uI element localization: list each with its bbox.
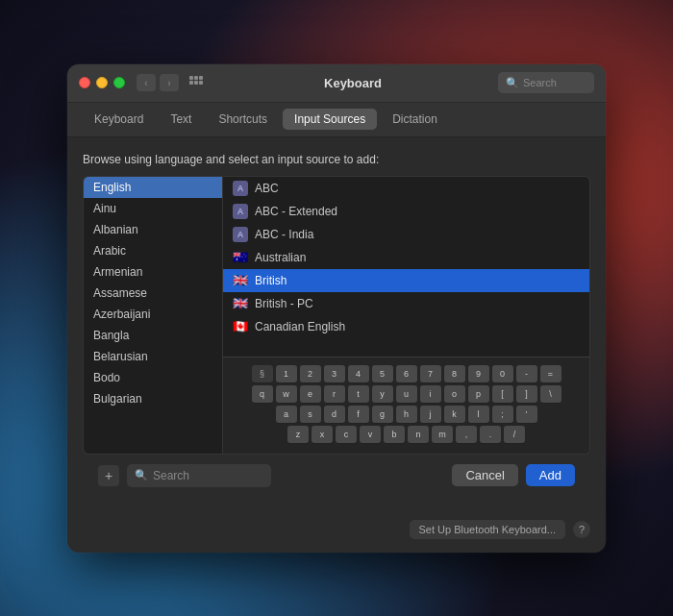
kb-key-equals: = <box>540 365 561 382</box>
svg-rect-0 <box>189 76 193 80</box>
source-label-abc-india: ABC - India <box>255 228 313 241</box>
kb-key-h: h <box>396 406 417 423</box>
source-australian[interactable]: 🇦🇺 Australian <box>223 246 589 269</box>
lang-item-bulgarian[interactable]: Bulgarian <box>84 388 222 409</box>
kb-key-p: p <box>468 385 489 403</box>
kb-key-n: n <box>408 426 429 443</box>
lang-item-arabic[interactable]: Arabic <box>84 240 222 261</box>
source-label-abc: ABC <box>255 182 279 195</box>
forward-button[interactable]: › <box>160 74 179 91</box>
kb-key-f: f <box>348 406 369 423</box>
lang-item-belarusian[interactable]: Belarusian <box>84 346 222 367</box>
kb-key-b: b <box>384 426 405 443</box>
abc-extended-icon: A <box>233 204 248 219</box>
source-abc-extended[interactable]: A ABC - Extended <box>223 200 589 223</box>
kb-key-s: s <box>300 406 321 423</box>
tab-keyboard[interactable]: Keyboard <box>83 109 155 130</box>
kb-key-y: y <box>372 385 393 403</box>
flag-ca-icon: 🇨🇦 <box>233 319 248 334</box>
source-picker: English Ainu Albanian Arabic Armenian As… <box>83 176 590 455</box>
flag-gb-pc-icon: 🇬🇧 <box>233 296 248 311</box>
add-button[interactable]: Add <box>526 464 575 486</box>
source-british-pc[interactable]: 🇬🇧 British - PC <box>223 292 589 315</box>
tab-text[interactable]: Text <box>159 109 203 130</box>
traffic-lights <box>79 77 125 88</box>
kb-key-a: a <box>276 406 297 423</box>
titlebar: ‹ › Keyboard 🔍 Search <box>67 64 606 103</box>
maximize-button[interactable] <box>113 77 125 88</box>
add-language-button[interactable]: + <box>98 465 119 486</box>
kb-key-quote: ' <box>516 406 537 423</box>
source-abc[interactable]: A ABC <box>223 177 589 200</box>
source-label-canadian-english: Canadian English <box>255 320 345 333</box>
window-title: Keyboard <box>208 76 498 90</box>
bottom-controls: + 🔍 Search Cancel Add <box>83 455 590 497</box>
svg-rect-4 <box>194 81 198 85</box>
kb-key-c: c <box>336 426 357 443</box>
kb-key-4: 4 <box>348 365 369 382</box>
chevron-left-icon: ‹ <box>144 78 147 88</box>
grid-view-button[interactable] <box>187 74 208 91</box>
svg-rect-1 <box>194 76 198 80</box>
kb-key-2: 2 <box>300 365 321 382</box>
kb-key-9: 9 <box>468 365 489 382</box>
source-british[interactable]: 🇬🇧 British <box>223 269 589 292</box>
kb-key-t: t <box>348 385 369 403</box>
lang-item-assamese[interactable]: Assamese <box>84 283 222 304</box>
kb-key-comma: , <box>456 426 477 443</box>
flag-gb-icon: 🇬🇧 <box>233 273 248 288</box>
cancel-button[interactable]: Cancel <box>452 464 517 486</box>
search-input-icon: 🔍 <box>135 469 148 481</box>
kb-key-e: e <box>300 385 321 403</box>
back-button[interactable]: ‹ <box>137 74 156 91</box>
svg-rect-3 <box>189 81 193 85</box>
plus-icon: + <box>105 468 112 483</box>
kb-key-0: 0 <box>492 365 513 382</box>
kb-key-minus: - <box>516 365 537 382</box>
help-button[interactable]: ? <box>573 521 590 538</box>
kb-key-slash: / <box>504 426 525 443</box>
minimize-button[interactable] <box>96 77 108 88</box>
lang-item-ainu[interactable]: Ainu <box>84 198 222 219</box>
search-input-placeholder: Search <box>153 469 189 482</box>
source-label-british: British <box>255 274 287 287</box>
search-icon: 🔍 <box>506 77 519 89</box>
close-button[interactable] <box>79 77 90 88</box>
tab-dictation[interactable]: Dictation <box>381 109 449 130</box>
kb-row-2: q w e r t y u i o p [ ] \ <box>231 385 582 403</box>
source-label-abc-extended: ABC - Extended <box>255 205 337 218</box>
kb-key-q: q <box>252 385 273 403</box>
bluetooth-keyboard-button[interactable]: Set Up Bluetooth Keyboard... <box>410 520 565 539</box>
lang-item-albanian[interactable]: Albanian <box>84 219 222 240</box>
abc-india-icon: A <box>233 227 248 242</box>
source-abc-india[interactable]: A ABC - India <box>223 223 589 246</box>
kb-row-4: z x c v b n m , . / <box>231 426 582 443</box>
language-search[interactable]: 🔍 Search <box>127 464 271 487</box>
chevron-right-icon: › <box>167 78 170 88</box>
kb-row-1: § 1 2 3 4 5 6 7 8 9 0 - = <box>231 365 582 382</box>
lang-item-bodo[interactable]: Bodo <box>84 367 222 388</box>
keyboard-preview: § 1 2 3 4 5 6 7 8 9 0 - = <box>223 357 589 454</box>
abc-icon: A <box>233 181 248 196</box>
kb-key-7: 7 <box>420 365 441 382</box>
source-label-australian: Australian <box>255 251 306 264</box>
lang-item-armenian[interactable]: Armenian <box>84 261 222 283</box>
language-list-scroll: English Ainu Albanian Arabic Armenian As… <box>84 177 222 454</box>
titlebar-search[interactable]: 🔍 Search <box>498 72 594 93</box>
kb-key-g: g <box>372 406 393 423</box>
lang-item-english[interactable]: English <box>84 177 222 198</box>
kb-row-3: a s d f g h j k l ; ' <box>231 406 582 423</box>
lang-item-bangla[interactable]: Bangla <box>84 325 222 346</box>
flag-au-icon: 🇦🇺 <box>233 250 248 265</box>
instruction-text: Browse using language and select an inpu… <box>83 153 590 166</box>
tab-shortcuts[interactable]: Shortcuts <box>207 109 279 130</box>
source-canadian-english[interactable]: 🇨🇦 Canadian English <box>223 315 589 338</box>
search-label: Search <box>523 77 557 88</box>
main-content: Browse using language and select an inpu… <box>67 137 606 512</box>
tab-input-sources[interactable]: Input Sources <box>283 109 377 130</box>
tab-bar: Keyboard Text Shortcuts Input Sources Di… <box>67 103 606 137</box>
kb-key-d: d <box>324 406 345 423</box>
kb-key-1: 1 <box>276 365 297 382</box>
lang-item-azerbaijani[interactable]: Azerbaijani <box>84 304 222 325</box>
kb-key-semicolon: ; <box>492 406 513 423</box>
